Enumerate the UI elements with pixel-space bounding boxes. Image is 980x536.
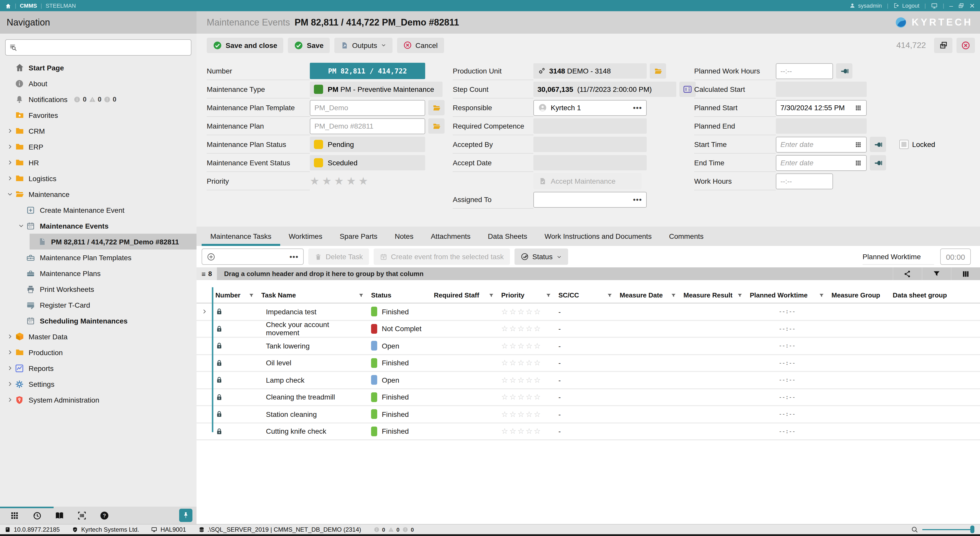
work-hours-input[interactable]: --:-- <box>776 173 833 189</box>
open-in-window-button[interactable] <box>934 38 953 53</box>
sidebar-item-favorites[interactable]: Favorites <box>0 107 197 123</box>
browse-plan-template-button[interactable] <box>428 100 445 115</box>
sidebar-item-master-data[interactable]: Master Data <box>0 329 197 344</box>
delete-task-button[interactable]: Delete Task <box>308 248 369 265</box>
filter-button[interactable] <box>922 267 951 280</box>
sidebar-item-maintenance[interactable]: Maintenance <box>0 186 197 202</box>
more-icon[interactable]: ••• <box>633 196 642 204</box>
column-header-planned-worktime[interactable]: Planned Worktime <box>746 287 828 302</box>
create-event-from-task-button[interactable]: Create event from the selected task <box>374 248 510 265</box>
sidebar-item-maintenance-plans[interactable]: Maintenance Plans <box>0 265 197 281</box>
table-row[interactable]: Tank lowering Open ☆☆☆☆☆ - --:-- <box>197 338 980 355</box>
sidebar-item-hr[interactable]: HR <box>0 154 197 170</box>
sidebar-item-pm-event[interactable]: PM 82,811 / 414,722 PM_Demo #82811 <box>0 234 197 250</box>
sidebar-item-logistics[interactable]: Logistics <box>0 170 197 186</box>
table-row[interactable]: Impedancia test Finished ☆☆☆☆☆ - --:-- <box>197 304 980 321</box>
sidebar-item-scheduling-maintenances[interactable]: Scheduling Maintenances <box>0 313 197 329</box>
column-header-priority[interactable]: Priority <box>498 287 555 302</box>
history-button[interactable] <box>25 507 48 524</box>
logout-button[interactable]: Logout <box>894 3 919 9</box>
assigned-to-picker[interactable]: ••• <box>533 192 647 207</box>
responsible-picker[interactable]: Kyrtech 1••• <box>533 100 647 116</box>
close-button[interactable]: ✕ <box>969 2 975 10</box>
cancel-button[interactable]: Cancel <box>397 38 444 53</box>
tab-data-sheets[interactable]: Data Sheets <box>479 227 536 246</box>
manual-button[interactable] <box>48 507 70 524</box>
more-icon[interactable]: ••• <box>633 103 642 112</box>
sidebar-item-about[interactable]: About <box>0 76 197 91</box>
status-dropdown[interactable]: Status <box>514 248 568 265</box>
priority-stars[interactable]: ☆☆☆☆☆ <box>501 410 542 419</box>
maintenance-type-field[interactable]: PM PM - Preventive Maintenance <box>310 82 442 97</box>
priority-stars[interactable]: ☆☆☆☆☆ <box>501 375 542 385</box>
more-icon[interactable]: ••• <box>290 253 299 261</box>
plan-template-input[interactable]: PM_Demo <box>310 100 425 116</box>
column-header-status[interactable]: Status <box>368 287 430 302</box>
pin-sidebar-button[interactable] <box>179 509 192 522</box>
tab-comments[interactable]: Comments <box>660 227 712 246</box>
sidebar-item-erp[interactable]: ERP <box>0 139 197 154</box>
priority-stars[interactable]: ☆☆☆☆☆ <box>501 393 542 402</box>
tab-work-instructions[interactable]: Work Instructions and Documents <box>536 227 660 246</box>
tab-maintenance-tasks[interactable]: Maintenance Tasks <box>202 227 280 246</box>
table-row[interactable]: Lamp check Open ☆☆☆☆☆ - --:-- <box>197 372 980 389</box>
column-header-task-name[interactable]: Task Name <box>258 287 368 302</box>
assign-hours-button[interactable] <box>836 63 853 79</box>
tab-notes[interactable]: Notes <box>386 227 422 246</box>
column-header-number[interactable]: Number <box>212 287 258 302</box>
priority-stars[interactable]: ☆☆☆☆☆ <box>501 307 542 317</box>
zoom-slider-handle[interactable] <box>970 526 974 533</box>
zoom-slider[interactable] <box>922 529 974 530</box>
filter-funnel-icon[interactable] <box>546 291 551 299</box>
priority-rating[interactable]: ★★★★★ <box>310 175 371 187</box>
current-user[interactable]: sysadmin <box>850 3 882 9</box>
priority-stars[interactable]: ☆☆☆☆☆ <box>501 341 542 350</box>
table-row[interactable]: Check your account movement Not Complet … <box>197 321 980 338</box>
sidebar-item-crm[interactable]: CRM <box>0 123 197 139</box>
column-header-measure-result[interactable]: Measure Result <box>680 287 746 302</box>
counter-button[interactable] <box>679 82 696 97</box>
tab-attachments[interactable]: Attachments <box>422 227 479 246</box>
columns-button[interactable] <box>951 267 980 280</box>
priority-stars[interactable]: ☆☆☆☆☆ <box>501 427 542 436</box>
sidebar-item-maintenance-plan-templates[interactable]: Maintenance Plan Templates <box>0 250 197 265</box>
sidebar-item-create-maintenance-event[interactable]: Create Maintenance Event <box>0 202 197 218</box>
column-header-data-sheet-group[interactable]: Data sheet group <box>889 287 980 302</box>
sidebar-item-production[interactable]: Production <box>0 344 197 360</box>
filter-funnel-icon[interactable] <box>607 291 612 299</box>
home-icon[interactable] <box>5 3 11 9</box>
sidebar-item-start-page[interactable]: Start Page <box>0 60 197 76</box>
close-record-button[interactable] <box>956 38 975 53</box>
planned-start-input[interactable]: 7/30/2024 12:55 PM <box>776 100 867 116</box>
table-row[interactable]: Station cleaning Finished ☆☆☆☆☆ - --:-- <box>197 406 980 423</box>
plan-input[interactable]: PM_Demo #82811 <box>310 118 425 134</box>
column-header-measure-group[interactable]: Measure Group <box>828 287 889 302</box>
barcode-scan-button[interactable] <box>70 507 93 524</box>
column-header-measure-date[interactable]: Measure Date <box>616 287 680 302</box>
expand-row-icon[interactable] <box>197 304 212 320</box>
outputs-button[interactable]: Outputs <box>334 38 393 53</box>
sidebar-search[interactable] <box>5 39 191 56</box>
share-button[interactable] <box>893 267 922 280</box>
filter-funnel-icon[interactable] <box>358 291 364 299</box>
sidebar-item-register-t-card[interactable]: Register T-Card <box>0 297 197 313</box>
sidebar-item-reports[interactable]: Reports <box>0 360 197 376</box>
help-button[interactable] <box>93 507 115 524</box>
minimize-button[interactable]: – <box>950 2 953 10</box>
planned-work-hours-input[interactable]: --:-- <box>776 63 833 79</box>
accept-maintenance-button[interactable]: Accept Maintenance <box>533 173 641 189</box>
add-task-input[interactable]: ••• <box>202 248 304 265</box>
calendar-grid-icon[interactable] <box>854 104 862 112</box>
sidebar-item-print-worksheets[interactable]: Print Worksheets <box>0 281 197 297</box>
table-row[interactable]: Oil level Finished ☆☆☆☆☆ - --:-- <box>197 355 980 372</box>
table-row[interactable]: Cutting knife check Finished ☆☆☆☆☆ - --:… <box>197 423 980 441</box>
column-header-sc-cc[interactable]: SC/CC <box>555 287 616 302</box>
end-time-input[interactable]: Enter date <box>776 155 867 171</box>
priority-stars[interactable]: ☆☆☆☆☆ <box>501 324 542 334</box>
plus-circle-icon[interactable] <box>207 252 215 261</box>
apps-grid-button[interactable] <box>3 507 25 524</box>
restore-button[interactable] <box>958 3 964 9</box>
filter-funnel-icon[interactable] <box>671 291 676 299</box>
filter-funnel-icon[interactable] <box>488 291 494 299</box>
set-start-now-button[interactable] <box>870 137 886 152</box>
